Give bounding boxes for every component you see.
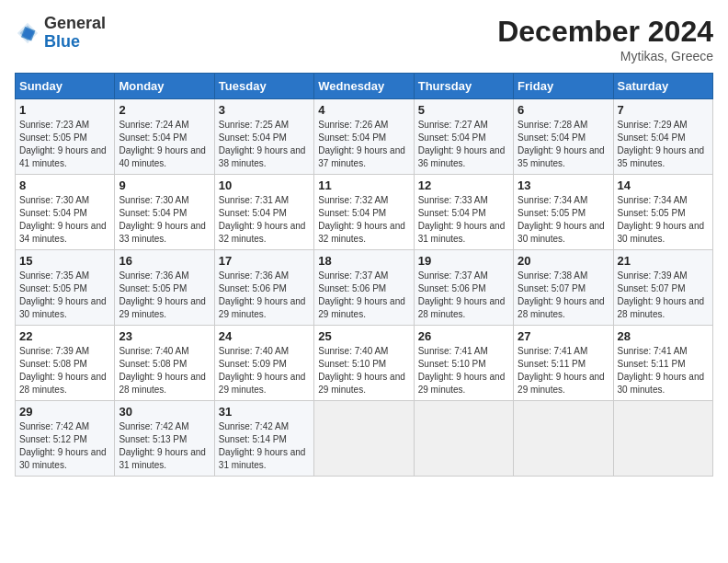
- day-detail: Sunrise: 7:34 AM Sunset: 5:05 PM Dayligh…: [518, 194, 609, 246]
- calendar-day-cell: 26Sunrise: 7:41 AM Sunset: 5:10 PM Dayli…: [414, 326, 513, 401]
- day-detail: Sunrise: 7:29 AM Sunset: 5:04 PM Dayligh…: [618, 119, 709, 170]
- title-area: December 2024 Mytikas, Greece: [497, 15, 713, 63]
- weekday-header: Saturday: [613, 74, 712, 99]
- day-number: 29: [19, 405, 110, 419]
- day-detail: Sunrise: 7:30 AM Sunset: 5:04 PM Dayligh…: [119, 194, 210, 246]
- location: Mytikas, Greece: [497, 49, 713, 63]
- calendar-day-cell: 23Sunrise: 7:40 AM Sunset: 5:08 PM Dayli…: [115, 326, 214, 401]
- calendar-day-cell: [414, 401, 513, 477]
- month-title: December 2024: [497, 15, 713, 49]
- day-number: 16: [119, 254, 210, 268]
- day-detail: Sunrise: 7:37 AM Sunset: 5:06 PM Dayligh…: [418, 270, 509, 321]
- logo-general: General: [44, 14, 106, 32]
- day-detail: Sunrise: 7:35 AM Sunset: 5:05 PM Dayligh…: [19, 270, 110, 321]
- day-number: 2: [119, 103, 210, 117]
- day-number: 19: [418, 254, 509, 268]
- day-detail: Sunrise: 7:41 AM Sunset: 5:11 PM Dayligh…: [618, 345, 709, 396]
- day-detail: Sunrise: 7:40 AM Sunset: 5:09 PM Dayligh…: [219, 345, 310, 396]
- weekday-header: Friday: [514, 74, 613, 99]
- calendar-day-cell: 22Sunrise: 7:39 AM Sunset: 5:08 PM Dayli…: [16, 326, 115, 401]
- day-detail: Sunrise: 7:37 AM Sunset: 5:06 PM Dayligh…: [318, 270, 409, 321]
- calendar-week-row: 1Sunrise: 7:23 AM Sunset: 5:05 PM Daylig…: [16, 99, 713, 175]
- weekday-header: Monday: [115, 74, 214, 99]
- day-number: 23: [119, 329, 210, 343]
- day-number: 18: [318, 254, 409, 268]
- day-detail: Sunrise: 7:25 AM Sunset: 5:04 PM Dayligh…: [219, 119, 310, 170]
- day-detail: Sunrise: 7:42 AM Sunset: 5:14 PM Dayligh…: [219, 420, 310, 472]
- day-detail: Sunrise: 7:39 AM Sunset: 5:07 PM Dayligh…: [618, 270, 709, 321]
- calendar-day-cell: 4Sunrise: 7:26 AM Sunset: 5:04 PM Daylig…: [314, 99, 414, 175]
- weekday-header: Tuesday: [214, 74, 313, 99]
- logo: General Blue: [15, 15, 106, 52]
- day-number: 31: [219, 405, 310, 419]
- day-number: 27: [518, 329, 609, 343]
- calendar-day-cell: 14Sunrise: 7:34 AM Sunset: 5:05 PM Dayli…: [613, 175, 712, 250]
- calendar-day-cell: 7Sunrise: 7:29 AM Sunset: 5:04 PM Daylig…: [613, 99, 712, 175]
- day-number: 20: [518, 254, 609, 268]
- day-detail: Sunrise: 7:24 AM Sunset: 5:04 PM Dayligh…: [119, 119, 210, 170]
- calendar-day-cell: 5Sunrise: 7:27 AM Sunset: 5:04 PM Daylig…: [414, 99, 513, 175]
- day-detail: Sunrise: 7:41 AM Sunset: 5:10 PM Dayligh…: [418, 345, 509, 396]
- day-number: 28: [618, 329, 709, 343]
- day-detail: Sunrise: 7:36 AM Sunset: 5:05 PM Dayligh…: [119, 270, 210, 321]
- calendar-week-row: 29Sunrise: 7:42 AM Sunset: 5:12 PM Dayli…: [16, 401, 713, 477]
- calendar-day-cell: 12Sunrise: 7:33 AM Sunset: 5:04 PM Dayli…: [414, 175, 513, 250]
- calendar-day-cell: 2Sunrise: 7:24 AM Sunset: 5:04 PM Daylig…: [115, 99, 214, 175]
- day-number: 25: [318, 329, 409, 343]
- day-number: 3: [219, 103, 310, 117]
- day-number: 22: [19, 329, 110, 343]
- day-number: 1: [19, 103, 110, 117]
- day-number: 5: [418, 103, 509, 117]
- day-detail: Sunrise: 7:26 AM Sunset: 5:04 PM Dayligh…: [318, 119, 409, 170]
- calendar-day-cell: [514, 401, 613, 477]
- day-number: 21: [618, 254, 709, 268]
- day-number: 9: [119, 178, 210, 192]
- calendar-day-cell: [314, 401, 414, 477]
- day-detail: Sunrise: 7:36 AM Sunset: 5:06 PM Dayligh…: [219, 270, 310, 321]
- calendar-day-cell: 29Sunrise: 7:42 AM Sunset: 5:12 PM Dayli…: [16, 401, 115, 477]
- day-number: 11: [318, 178, 409, 192]
- calendar-day-cell: 17Sunrise: 7:36 AM Sunset: 5:06 PM Dayli…: [214, 250, 313, 326]
- day-detail: Sunrise: 7:40 AM Sunset: 5:08 PM Dayligh…: [119, 345, 210, 396]
- calendar-day-cell: 27Sunrise: 7:41 AM Sunset: 5:11 PM Dayli…: [514, 326, 613, 401]
- logo-text: General Blue: [44, 15, 106, 52]
- day-number: 6: [518, 103, 609, 117]
- calendar-day-cell: 1Sunrise: 7:23 AM Sunset: 5:05 PM Daylig…: [16, 99, 115, 175]
- calendar-week-row: 15Sunrise: 7:35 AM Sunset: 5:05 PM Dayli…: [16, 250, 713, 326]
- day-detail: Sunrise: 7:34 AM Sunset: 5:05 PM Dayligh…: [618, 194, 709, 246]
- day-number: 4: [318, 103, 409, 117]
- page-header: General Blue December 2024 Mytikas, Gree…: [15, 15, 713, 63]
- calendar-day-cell: 8Sunrise: 7:30 AM Sunset: 5:04 PM Daylig…: [16, 175, 115, 250]
- day-detail: Sunrise: 7:42 AM Sunset: 5:13 PM Dayligh…: [119, 420, 210, 472]
- day-number: 12: [418, 178, 509, 192]
- calendar-day-cell: 16Sunrise: 7:36 AM Sunset: 5:05 PM Dayli…: [115, 250, 214, 326]
- calendar-day-cell: 11Sunrise: 7:32 AM Sunset: 5:04 PM Dayli…: [314, 175, 414, 250]
- day-detail: Sunrise: 7:40 AM Sunset: 5:10 PM Dayligh…: [318, 345, 409, 396]
- day-detail: Sunrise: 7:42 AM Sunset: 5:12 PM Dayligh…: [19, 420, 110, 472]
- calendar-header-row: SundayMondayTuesdayWednesdayThursdayFrid…: [16, 74, 713, 99]
- logo-icon: [15, 20, 40, 46]
- day-detail: Sunrise: 7:31 AM Sunset: 5:04 PM Dayligh…: [219, 194, 310, 246]
- calendar-day-cell: 15Sunrise: 7:35 AM Sunset: 5:05 PM Dayli…: [16, 250, 115, 326]
- day-detail: Sunrise: 7:27 AM Sunset: 5:04 PM Dayligh…: [418, 119, 509, 170]
- calendar-day-cell: 3Sunrise: 7:25 AM Sunset: 5:04 PM Daylig…: [214, 99, 313, 175]
- day-detail: Sunrise: 7:28 AM Sunset: 5:04 PM Dayligh…: [518, 119, 609, 170]
- day-number: 13: [518, 178, 609, 192]
- weekday-header: Thursday: [414, 74, 513, 99]
- day-number: 7: [618, 103, 709, 117]
- calendar-day-cell: 6Sunrise: 7:28 AM Sunset: 5:04 PM Daylig…: [514, 99, 613, 175]
- day-detail: Sunrise: 7:23 AM Sunset: 5:05 PM Dayligh…: [19, 119, 110, 170]
- calendar-table: SundayMondayTuesdayWednesdayThursdayFrid…: [15, 73, 713, 477]
- weekday-header: Sunday: [16, 74, 115, 99]
- calendar-day-cell: 28Sunrise: 7:41 AM Sunset: 5:11 PM Dayli…: [613, 326, 712, 401]
- calendar-day-cell: 9Sunrise: 7:30 AM Sunset: 5:04 PM Daylig…: [115, 175, 214, 250]
- calendar-day-cell: 30Sunrise: 7:42 AM Sunset: 5:13 PM Dayli…: [115, 401, 214, 477]
- logo-blue: Blue: [44, 32, 80, 51]
- day-detail: Sunrise: 7:41 AM Sunset: 5:11 PM Dayligh…: [518, 345, 609, 396]
- calendar-day-cell: 24Sunrise: 7:40 AM Sunset: 5:09 PM Dayli…: [214, 326, 313, 401]
- calendar-day-cell: 25Sunrise: 7:40 AM Sunset: 5:10 PM Dayli…: [314, 326, 414, 401]
- calendar-day-cell: 18Sunrise: 7:37 AM Sunset: 5:06 PM Dayli…: [314, 250, 414, 326]
- day-number: 15: [19, 254, 110, 268]
- day-detail: Sunrise: 7:33 AM Sunset: 5:04 PM Dayligh…: [418, 194, 509, 246]
- day-number: 30: [119, 405, 210, 419]
